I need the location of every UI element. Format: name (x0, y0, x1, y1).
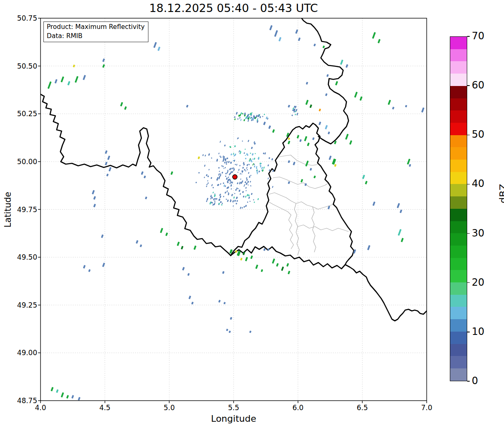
colorbar-block (450, 332, 467, 344)
product-annotation-box: Product: Maximum Reflectivity Data: RMIB (43, 22, 148, 42)
colorbar-block (450, 209, 467, 221)
colorbar-block (450, 49, 467, 62)
radar-map-figure: 18.12.2025 05:40 - 05:43 UTC Product: Ma… (0, 0, 504, 430)
colorbar-block (450, 295, 467, 307)
y-tick-label: 50.75 (13, 14, 37, 22)
colorbar-block (450, 37, 467, 49)
colorbar-tick-label: 30 (472, 227, 485, 239)
colorbar-block (450, 270, 467, 282)
x-tick-label: 6.5 (357, 404, 368, 412)
y-tick-label: 50.25 (13, 110, 37, 118)
x-tick-label: 5.5 (228, 404, 239, 412)
colorbar-block (450, 233, 467, 246)
colorbar-block (450, 172, 467, 184)
colorbar-tick-label: 10 (472, 326, 485, 337)
colorbar-label: dBZ (498, 171, 504, 216)
colorbar-block (450, 86, 467, 98)
colorbar-block (450, 282, 467, 295)
colorbar-block (450, 147, 467, 160)
colorbar-tick-mark (467, 381, 470, 381)
regional-borders (268, 155, 349, 255)
y-tick-label: 49.50 (13, 253, 37, 261)
colorbar-block (450, 184, 467, 196)
colorbar-tick-mark (467, 135, 470, 135)
colorbar-block (450, 356, 467, 368)
reflectivity-colorbar (450, 36, 467, 381)
radar-echoes (48, 25, 425, 401)
colorbar-block (450, 74, 467, 86)
annotation-data-line: Data: RMIB (47, 32, 145, 41)
radar-site-marker (233, 174, 237, 179)
colorbar-block (450, 258, 467, 270)
colorbar-tick-label: 50 (472, 129, 485, 140)
x-tick-label: 4.0 (35, 404, 46, 412)
x-axis-label: Longitude (41, 413, 427, 424)
colorbar-tick-label: 0 (472, 375, 478, 387)
colorbar-block (450, 368, 467, 381)
y-tick-label: 49.25 (13, 301, 37, 309)
colorbar-block (450, 246, 467, 258)
colorbar-block (450, 123, 467, 135)
y-tick-label: 50.00 (13, 158, 37, 166)
x-tick-label: 7.0 (421, 404, 432, 412)
map-canvas (0, 0, 504, 430)
colorbar-block (450, 221, 467, 234)
colorbar-tick-mark (467, 184, 470, 184)
axis-tick-marks (38, 18, 427, 403)
colorbar-block (450, 98, 467, 111)
colorbar-block (450, 196, 467, 209)
y-axis-label: Latitude (3, 187, 13, 232)
colorbar-tick-label: 20 (472, 277, 485, 288)
x-tick-label: 6.0 (292, 404, 303, 412)
colorbar-block (450, 319, 467, 332)
y-tick-label: 49.75 (13, 205, 37, 214)
y-tick-label: 49.00 (13, 349, 37, 357)
colorbar-tick-label: 70 (472, 30, 485, 42)
y-tick-label: 50.50 (13, 62, 37, 70)
x-tick-label: 5.0 (164, 404, 175, 412)
colorbar-tick-label: 40 (472, 178, 485, 189)
colorbar-block (450, 160, 467, 172)
annotation-product-line: Product: Maximum Reflectivity (47, 23, 145, 32)
grid-lines (41, 18, 427, 401)
colorbar-block (450, 307, 467, 319)
colorbar-tick-mark (467, 85, 470, 86)
colorbar-block (450, 344, 467, 356)
y-tick-label: 48.75 (13, 397, 37, 405)
colorbar-tick-mark (467, 332, 470, 332)
figure-title: 18.12.2025 05:40 - 05:43 UTC (41, 2, 427, 15)
colorbar-block (450, 135, 467, 148)
x-tick-label: 4.5 (99, 404, 110, 412)
colorbar-block (450, 61, 467, 74)
colorbar-tick-label: 60 (472, 79, 485, 91)
colorbar-tick-mark (467, 233, 470, 234)
colorbar-tick-mark (467, 36, 470, 36)
colorbar-block (450, 110, 467, 123)
colorbar-tick-mark (467, 282, 470, 283)
